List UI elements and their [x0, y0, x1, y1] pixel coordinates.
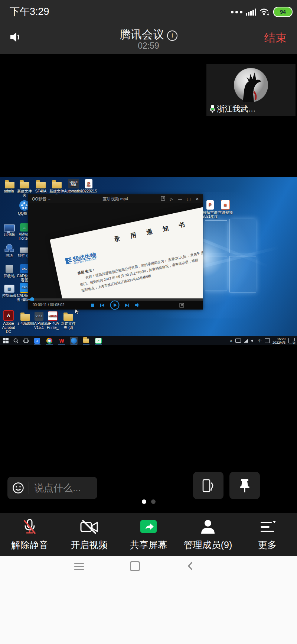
snapshot-icon[interactable]	[160, 196, 166, 201]
wallpaper-window-pane	[205, 256, 227, 291]
task-view-icon[interactable]	[23, 338, 29, 343]
taskbar-app-screen-share[interactable]: ↗	[95, 337, 102, 344]
tray-network-icon[interactable]	[244, 339, 248, 343]
taskbar-app-wps[interactable]: W	[58, 337, 65, 344]
maximize-icon[interactable]: ▢	[186, 197, 191, 201]
stop-button[interactable]	[91, 303, 95, 307]
desktop-icon-network[interactable]: 网络	[1, 243, 18, 258]
end-meeting-button[interactable]: 结束	[264, 30, 287, 46]
taskbar-app-explorer[interactable]	[82, 337, 90, 344]
mini-mode-icon[interactable]: ▷	[169, 197, 174, 201]
page-dot	[151, 499, 156, 504]
wallpaper-window-pane	[229, 219, 256, 253]
search-icon[interactable]	[13, 338, 19, 343]
ellipsis-icon	[231, 11, 242, 13]
tray-panel-icon[interactable]	[265, 338, 270, 343]
taskbar-app-chrome[interactable]	[46, 337, 53, 344]
share-screen-button[interactable]: 共享屏幕	[119, 513, 178, 556]
document-brand: 我武生物 WOLWO PHARMA	[65, 252, 97, 266]
close-icon[interactable]: ✕	[195, 197, 200, 201]
manage-members-button[interactable]: 管理成员(9)	[178, 513, 238, 556]
camera-off-icon	[79, 518, 99, 536]
volume-button[interactable]	[135, 303, 140, 307]
taskbar-app-blue[interactable]: ▲	[33, 337, 41, 344]
player-title-bar[interactable]: QQ影音 ⌄ 宣讲视频.mp4 ▷ — ▢ ✕	[28, 194, 203, 203]
members-icon	[199, 518, 216, 536]
document-body: 徐超 先生： 您好！很高兴通知您已被我公司录用，您的录用岗位为： 质量QC人员 …	[77, 235, 203, 294]
brand-logo-icon	[65, 257, 72, 264]
notification-badge: 2	[292, 341, 296, 344]
page-dot-active	[142, 499, 146, 504]
desktop-icon-this-pc[interactable]: 此电脑	[1, 221, 18, 236]
meeting-title-row: 腾讯会议i	[0, 27, 297, 42]
video-frame[interactable]: 编号：YZ201… 录 用 通 知 书 我武生物 WOLWO PHARMA 徐超…	[28, 203, 203, 298]
signal-strength-icon	[246, 8, 256, 16]
windows-taskbar[interactable]: ▲ W ↗ ∧ 中 15:29 2022/4/6 2	[0, 336, 297, 345]
battery-percent: 94	[280, 9, 286, 15]
desktop-icon-recruit-video[interactable]: ▣ 宣讲视频	[217, 200, 234, 214]
participant-tile[interactable]: 浙江我武…	[206, 64, 296, 116]
minimize-icon[interactable]: —	[177, 197, 183, 201]
rotate-screen-button[interactable]	[193, 472, 223, 499]
more-icon	[259, 518, 276, 536]
more-button[interactable]: 更多	[238, 513, 297, 556]
wifi-icon	[260, 8, 270, 16]
page-indicator	[0, 499, 297, 504]
mic-active-icon	[209, 104, 216, 113]
desktop-icon-recycle-bin[interactable]: 回收站	[1, 263, 18, 278]
qq-player-window[interactable]: QQ影音 ⌄ 宣讲视频.mp4 ▷ — ▢ ✕ 编号：YZ201… 录 用 通 …	[28, 194, 203, 310]
desktop-icon-admin[interactable]: admin	[0, 178, 17, 193]
mic-muted-icon	[21, 518, 38, 536]
player-control-bar: 00:00:11 / 00:08:02	[28, 301, 203, 310]
taskbar-app-qq-player[interactable]	[70, 337, 78, 344]
pin-button[interactable]	[229, 472, 260, 499]
clock-time: 下午3:29	[10, 5, 49, 18]
document-title: 录 用 通 知 书	[114, 220, 190, 243]
pin-icon	[237, 478, 252, 494]
nav-home-button[interactable]	[130, 561, 140, 571]
meeting-duration: 02:59	[0, 41, 297, 51]
start-video-button[interactable]: 开启视频	[59, 513, 119, 556]
share-screen-icon	[139, 518, 158, 536]
rotate-phone-icon	[200, 478, 216, 494]
desktop-icon-sf40a-printer[interactable]: HIRUS SF-40A Printe_	[44, 311, 61, 330]
info-icon[interactable]: i	[167, 30, 177, 41]
desktop-icon-recruit-ppt[interactable]: P 校招宣讲2021年度	[202, 200, 219, 219]
tray-expand-icon[interactable]: ∧	[230, 339, 232, 343]
tray-pc-icon[interactable]	[235, 339, 241, 343]
emoji-icon[interactable]	[12, 482, 24, 494]
desktop-icon-control-panel[interactable]: ▦ 控制面板	[1, 283, 18, 298]
document-paper: 编号：YZ201… 录 用 通 知 书 我武生物 WOLWO PHARMA 徐超…	[50, 203, 203, 298]
nav-menu-button[interactable]	[74, 561, 84, 572]
meeting-toolbar: 解除静音 开启视频 共享屏幕 管理成员(9)	[0, 513, 297, 556]
nav-back-button[interactable]	[187, 561, 193, 571]
unmute-button[interactable]: 解除静音	[0, 513, 59, 556]
chat-input[interactable]: 说点什么...	[7, 477, 97, 499]
start-button[interactable]	[3, 338, 9, 343]
shared-screen[interactable]: admin 新建文件夹 SF40A 新建文件夹 LICEN MA Automat…	[0, 177, 297, 345]
status-icons: 94	[231, 7, 293, 17]
meeting-title: 腾讯会议	[120, 28, 164, 41]
status-bar: 下午3:29 94	[0, 0, 297, 22]
wallpaper-window-pane	[229, 256, 256, 292]
android-nav-bar	[0, 556, 297, 644]
participant-name: 浙江我武…	[217, 104, 256, 114]
participant-name-row: 浙江我武…	[209, 104, 256, 114]
divider	[29, 482, 29, 494]
tray-language[interactable]: 中	[258, 338, 262, 343]
taskbar-clock[interactable]: 15:29 2022/4/6	[272, 337, 285, 344]
desktop-icon-adobe-acrobat[interactable]: A Adobe Acrobat DC	[0, 311, 17, 334]
next-button[interactable]	[125, 303, 130, 307]
meeting-header: 腾讯会议i 02:59 结束	[0, 22, 297, 54]
tencent-meeting-screen: 下午3:29 94 腾讯会议i 02:59 结束	[0, 0, 297, 644]
notification-icon[interactable]: 2	[288, 338, 295, 343]
desktop-icon-20220215[interactable]: P PDF 20220215	[80, 178, 97, 193]
wallpaper-window-pane	[205, 220, 227, 253]
desktop-icon-sf40a[interactable]: SF40A	[32, 178, 49, 193]
snapshot-button[interactable]	[179, 302, 184, 309]
play-button[interactable]	[110, 300, 120, 310]
avatar	[232, 66, 270, 104]
tray-volume-icon[interactable]	[251, 339, 255, 343]
previous-button[interactable]	[100, 303, 105, 307]
chat-placeholder: 说点什么...	[34, 482, 81, 495]
